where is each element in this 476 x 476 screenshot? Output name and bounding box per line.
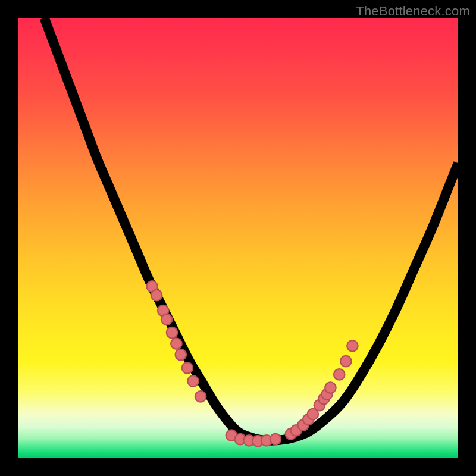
data-marker bbox=[176, 349, 187, 361]
data-marker bbox=[167, 327, 178, 339]
data-marker bbox=[151, 290, 162, 301]
data-marker bbox=[182, 362, 193, 374]
plot-area bbox=[18, 18, 458, 458]
chart-frame: TheBottleneck.com bbox=[0, 0, 476, 476]
data-marker bbox=[334, 369, 345, 380]
data-marker bbox=[195, 391, 206, 402]
data-marker bbox=[340, 356, 352, 367]
watermark-text: TheBottleneck.com bbox=[356, 4, 470, 19]
data-marker bbox=[270, 434, 281, 445]
chart-svg bbox=[18, 18, 458, 458]
data-marker bbox=[325, 382, 336, 393]
data-marker bbox=[161, 314, 173, 325]
data-marker bbox=[347, 340, 358, 352]
data-marker bbox=[187, 375, 199, 387]
data-marker bbox=[171, 338, 182, 349]
curve-line bbox=[44, 18, 458, 441]
